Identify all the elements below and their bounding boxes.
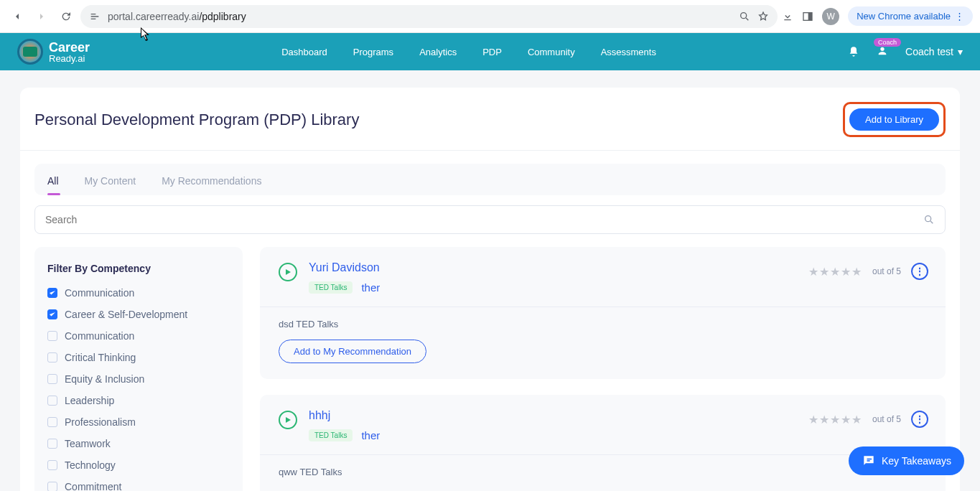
nav-programs[interactable]: Programs xyxy=(353,47,393,57)
kebab-icon: ⋮ xyxy=(955,11,964,22)
tab-all[interactable]: All xyxy=(47,164,59,195)
filter-item[interactable]: Professionalism xyxy=(47,416,230,428)
download-icon[interactable] xyxy=(782,11,793,22)
filter-item[interactable]: Equity & Inclusion xyxy=(47,373,230,385)
filter-label: Technology xyxy=(65,459,116,471)
checkbox[interactable] xyxy=(47,417,57,427)
star-rating: ★★★★★ xyxy=(808,413,862,426)
checkbox[interactable] xyxy=(47,309,57,319)
key-takeaways-label: Key Takeaways xyxy=(882,455,951,467)
play-button[interactable] xyxy=(279,263,297,281)
nav-analytics[interactable]: Analytics xyxy=(419,47,457,57)
main-card: Personal Development Program (PDP) Libra… xyxy=(20,88,960,491)
svg-rect-5 xyxy=(867,460,869,462)
zoom-icon[interactable] xyxy=(739,11,750,22)
more-menu-button[interactable]: ⋮ xyxy=(911,263,928,280)
checkbox[interactable] xyxy=(47,288,57,298)
tabs: All My Content My Recommendations xyxy=(34,164,946,195)
svg-point-0 xyxy=(741,12,747,18)
forward-button[interactable] xyxy=(32,6,52,27)
search-icon xyxy=(923,214,935,225)
nav-pdp[interactable]: PDP xyxy=(482,47,502,57)
content-tag: TED Talks xyxy=(309,429,353,441)
entry-description: qww TED Talks xyxy=(279,467,927,477)
rating-text: out of 5 xyxy=(872,266,901,276)
site-settings-icon xyxy=(89,11,101,22)
library-entry: ★★★★★out of 5⋮hhhjTED Talkstherqww TED T… xyxy=(260,395,946,491)
filter-item[interactable]: Communication xyxy=(47,287,230,299)
filter-item[interactable]: Communication xyxy=(47,330,230,342)
add-recommendation-button[interactable]: Add to My Recommendation xyxy=(279,340,426,363)
chevron-down-icon: ▾ xyxy=(958,46,963,57)
filter-label: Leadership xyxy=(65,395,114,406)
entry-title[interactable]: Yuri Davidson xyxy=(309,261,380,274)
checkbox[interactable] xyxy=(47,331,57,341)
nav-dashboard[interactable]: Dashboard xyxy=(281,47,327,57)
people-icon xyxy=(877,45,888,57)
add-to-library-button[interactable]: Add to Library xyxy=(849,108,939,131)
star-rating: ★★★★★ xyxy=(808,265,862,279)
page-title: Personal Development Program (PDP) Libra… xyxy=(34,111,359,129)
panel-icon[interactable] xyxy=(802,11,813,22)
nav-links: Dashboard Programs Analytics PDP Communi… xyxy=(281,47,656,57)
filter-item[interactable]: Commitment xyxy=(47,481,230,491)
filter-label: Communication xyxy=(65,330,134,342)
chrome-update-button[interactable]: New Chrome available ⋮ xyxy=(848,6,973,26)
content-list: ★★★★★out of 5⋮Yuri DavidsonTED Talksther… xyxy=(260,247,946,491)
filter-item[interactable]: Technology xyxy=(47,459,230,471)
filter-item[interactable]: Leadership xyxy=(47,395,230,406)
coach-badge-label: Coach xyxy=(874,38,901,47)
logo[interactable]: Career Ready.ai xyxy=(17,39,90,65)
coach-badge[interactable]: Coach xyxy=(877,45,888,59)
filter-item[interactable]: Critical Thinking xyxy=(47,352,230,363)
filter-label: Commitment xyxy=(65,481,121,491)
filter-label: Career & Self-Development xyxy=(65,309,187,320)
search-input[interactable] xyxy=(45,214,923,225)
address-bar[interactable]: portal.careerready.ai/pdplibrary xyxy=(80,5,778,28)
filter-sidebar: Filter By Competency CommunicationCareer… xyxy=(34,247,243,491)
checkbox[interactable] xyxy=(47,352,57,363)
svg-rect-2 xyxy=(808,12,812,20)
url-text: portal.careerready.ai/pdplibrary xyxy=(108,11,246,22)
filter-label: Critical Thinking xyxy=(65,352,136,363)
filter-item[interactable]: Career & Self-Development xyxy=(47,309,230,320)
checkbox[interactable] xyxy=(47,460,57,470)
filter-label: Communication xyxy=(65,287,134,299)
checkbox[interactable] xyxy=(47,482,57,491)
more-menu-button[interactable]: ⋮ xyxy=(911,411,928,428)
tab-my-recommendations[interactable]: My Recommendations xyxy=(162,164,261,195)
add-to-library-highlight: Add to Library xyxy=(843,102,946,137)
checkbox[interactable] xyxy=(47,396,57,406)
star-icon[interactable] xyxy=(757,11,769,22)
browser-toolbar: portal.careerready.ai/pdplibrary W New C… xyxy=(0,0,980,33)
user-name: Coach test xyxy=(905,46,953,57)
user-menu[interactable]: Coach test ▾ xyxy=(905,46,963,57)
play-button[interactable] xyxy=(279,411,297,429)
entry-subtitle[interactable]: ther xyxy=(361,281,380,294)
back-button[interactable] xyxy=(7,6,27,27)
filter-label: Professionalism xyxy=(65,416,136,428)
filter-item[interactable]: Teamwork xyxy=(47,438,230,449)
chrome-update-label: New Chrome available xyxy=(857,11,951,22)
reload-button[interactable] xyxy=(56,6,76,27)
filter-label: Teamwork xyxy=(65,438,111,449)
tab-my-content[interactable]: My Content xyxy=(85,164,136,195)
entry-subtitle[interactable]: ther xyxy=(361,429,380,441)
bell-icon[interactable] xyxy=(848,46,859,57)
content-tag: TED Talks xyxy=(309,281,353,294)
svg-rect-4 xyxy=(867,459,872,460)
nav-community[interactable]: Community xyxy=(528,47,575,57)
entry-title[interactable]: hhhj xyxy=(309,409,330,422)
checkbox[interactable] xyxy=(47,374,57,384)
filter-title: Filter By Competency xyxy=(47,263,230,274)
nav-assessments[interactable]: Assessments xyxy=(601,47,656,57)
logo-icon xyxy=(17,39,43,65)
key-takeaways-button[interactable]: Key Takeaways xyxy=(849,446,964,475)
entry-description: dsd TED Talks xyxy=(279,319,927,329)
checkbox[interactable] xyxy=(47,439,57,449)
chat-icon xyxy=(862,454,876,468)
library-entry: ★★★★★out of 5⋮Yuri DavidsonTED Talksther… xyxy=(260,247,946,379)
profile-avatar[interactable]: W xyxy=(822,8,839,25)
rating-text: out of 5 xyxy=(872,414,901,424)
search-box[interactable] xyxy=(34,205,946,234)
